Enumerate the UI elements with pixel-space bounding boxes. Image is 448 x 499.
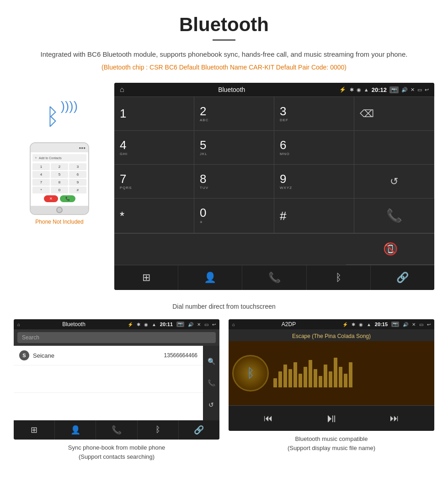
viz-bar-6 [299, 374, 302, 387]
viz-bar-7 [304, 367, 307, 387]
key-2[interactable]: 2ABC [194, 97, 274, 131]
main-section: )))) ᛒ ●●● ＋ Add to Contacts 1 2 3 4 5 6… [0, 83, 448, 290]
key-1[interactable]: 1 [114, 97, 194, 131]
call-red-btn[interactable]: 📵 [346, 234, 434, 265]
viz-bar-11 [324, 365, 327, 387]
phone-key-star: * [32, 187, 50, 193]
viz-bar-16 [349, 362, 352, 387]
nav-contacts[interactable]: 👤 [178, 265, 242, 290]
key-3[interactable]: 3DEF [274, 97, 354, 131]
contact-item-empty2 [14, 393, 203, 420]
key-0[interactable]: 0+ [194, 199, 274, 233]
screen-icon: ▭ [417, 87, 422, 93]
pb-reload-icon[interactable]: ↺ [208, 401, 214, 408]
reload-icon: ↺ [390, 176, 398, 188]
car-screen-dial: ⌂ Bluetooth ⚡ ✱ ◉ ▲ 20:12 📷 🔊 ✕ ▭ ↩ 1 2A [114, 83, 434, 290]
phone-top-bar: ●●● [31, 143, 88, 152]
music-screen: ⌂ A2DP ⚡ ✱ ◉ ▲ 20:15 📷 🔊 ✕ ▭ ↩ Escape (T… [229, 319, 434, 431]
home-icon: ⌂ [120, 86, 124, 94]
music-back-icon: ↩ [427, 322, 431, 327]
phone-key-3: 3 [69, 163, 86, 170]
next-btn[interactable]: ⏭ [390, 413, 399, 424]
pb-inner: S Seicane 13566664466 🔍 📞 ↺ [14, 346, 219, 420]
song-title: Escape (The Pina Colada Song) [229, 329, 434, 341]
play-pause-btn[interactable]: ⏯ [325, 411, 337, 425]
signal-icon: ▲ [364, 87, 369, 92]
music-close-icon: ✕ [412, 322, 416, 327]
phone-not-included-label: Phone Not Included [35, 219, 83, 225]
key-7[interactable]: 7PQRS [114, 165, 194, 199]
call-green-btn[interactable]: 📞 [354, 199, 434, 233]
phone-mockup: ●●● ＋ Add to Contacts 1 2 3 4 5 6 7 8 9 … [30, 142, 89, 215]
wifi-waves-icon: )))) [61, 99, 78, 113]
phone-key-2: 2 [51, 163, 68, 170]
phone-dialpad: 1 2 3 4 5 6 7 8 9 * 0 # [32, 163, 86, 193]
title-divider [213, 39, 235, 41]
phonebook-caption: Sync phone-book from mobile phone(Suppor… [68, 443, 165, 461]
key-4[interactable]: 4GHI [114, 131, 194, 165]
pb-nav-link[interactable]: 🔗 [179, 420, 219, 440]
bottom-empty [114, 234, 346, 265]
key-star[interactable]: * [114, 199, 194, 233]
music-loc-icon: ◉ [359, 322, 363, 327]
pb-search-icon[interactable]: 🔍 [208, 358, 215, 365]
phone-key-9: 9 [69, 179, 86, 186]
pb-right-icons: 🔍 📞 ↺ [203, 346, 219, 420]
nav-phone[interactable]: 📞 [242, 265, 306, 290]
call-red-icon: 📵 [383, 242, 398, 256]
viz-bar-12 [329, 371, 332, 387]
phone-key-4: 4 [32, 171, 50, 178]
prev-btn[interactable]: ⏮ [264, 413, 273, 424]
bottom-row: ⌂ Bluetooth ⚡ ✱ ◉ ▲ 20:11 📷 🔊 ✕ ▭ ↩ Sear… [0, 319, 448, 466]
music-vol-icon: 🔊 [403, 322, 408, 327]
music-status-bar: ⌂ A2DP ⚡ ✱ ◉ ▲ 20:15 📷 🔊 ✕ ▭ ↩ [229, 319, 434, 329]
viz-bar-15 [344, 374, 347, 387]
search-input[interactable]: Search [17, 332, 216, 343]
key-6[interactable]: 6MNO [274, 131, 354, 165]
music-content-area: ᛒ [229, 341, 434, 405]
contact-list: S Seicane 13566664466 [14, 346, 203, 420]
key-5[interactable]: 5JKL [194, 131, 274, 165]
pb-nav: ⊞ 👤 📞 ᛒ 🔗 [14, 420, 219, 440]
pb-nav-contacts[interactable]: 👤 [55, 420, 96, 440]
pb-nav-phone[interactable]: 📞 [96, 420, 137, 440]
phone-screen: ＋ Add to Contacts 1 2 3 4 5 6 7 8 9 * 0 … [31, 152, 88, 206]
pb-sig-icon: ▲ [152, 322, 156, 327]
viz-bar-13 [334, 358, 337, 387]
viz-bar-8 [309, 360, 312, 387]
contact-item[interactable]: S Seicane 13566664466 [14, 346, 203, 365]
music-visualizer [273, 357, 431, 389]
camera-icon: 📷 [389, 86, 399, 93]
nav-link[interactable]: 🔗 [371, 265, 434, 290]
key-8[interactable]: 8TUV [194, 165, 274, 199]
key-9[interactable]: 9WXYZ [274, 165, 354, 199]
pb-back-icon: ↩ [212, 322, 216, 327]
music-controls: ⏮ ⏯ ⏭ [229, 405, 434, 431]
key-hash[interactable]: # [274, 199, 354, 233]
nav-bluetooth[interactable]: ᛒ [307, 265, 371, 290]
bluetooth-symbol-icon: ᛒ [46, 103, 59, 130]
close-icon: ✕ [411, 87, 415, 93]
viz-bar-3 [283, 365, 287, 387]
backspace-icon[interactable]: ⌫ [360, 108, 374, 120]
phonebook-search: Search [14, 329, 219, 346]
pb-time: 20:11 [160, 322, 173, 327]
viz-bar-1 [273, 378, 277, 387]
subtitle-text: Integrated with BC6 Bluetooth module, su… [9, 49, 439, 60]
pb-close-icon: ✕ [197, 322, 201, 327]
phone-key-hash: # [69, 187, 86, 193]
volume-icon: 🔊 [401, 87, 408, 93]
music-time: 20:15 [375, 322, 388, 327]
reload-cell[interactable]: ↺ [354, 165, 434, 199]
call-red-row: 📵 [114, 233, 434, 265]
usb-icon: ⚡ [339, 86, 346, 93]
phonebook-screen: ⌂ Bluetooth ⚡ ✱ ◉ ▲ 20:11 📷 🔊 ✕ ▭ ↩ Sear… [14, 319, 219, 440]
album-bt-icon: ᛒ [247, 366, 255, 381]
car-bottom-nav: ⊞ 👤 📞 ᛒ 🔗 [114, 265, 434, 290]
music-item: ⌂ A2DP ⚡ ✱ ◉ ▲ 20:15 📷 🔊 ✕ ▭ ↩ Escape (T… [229, 319, 434, 461]
nav-dialpad[interactable]: ⊞ [114, 265, 178, 290]
pb-nav-dialpad[interactable]: ⊞ [14, 420, 55, 440]
viz-bar-2 [278, 371, 282, 387]
pb-nav-bt[interactable]: ᛒ [138, 420, 179, 440]
pb-phone-icon[interactable]: 📞 [208, 379, 215, 386]
